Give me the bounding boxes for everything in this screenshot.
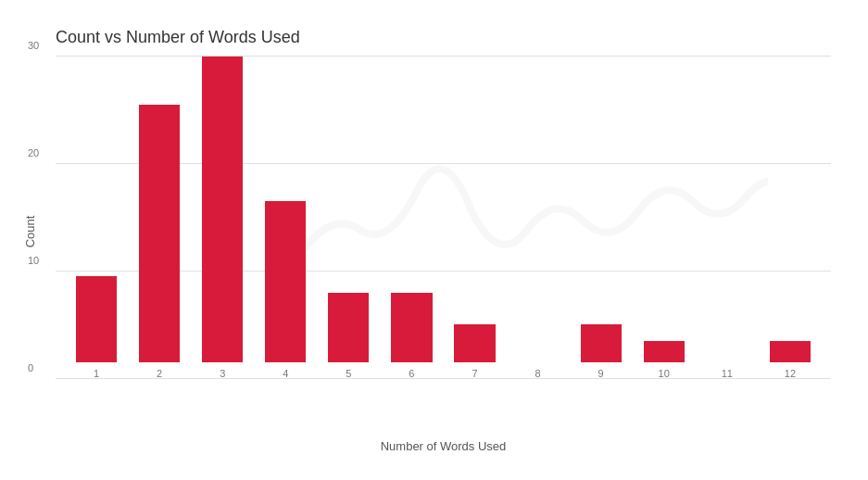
x-axis-tick-label: 11 [722, 368, 733, 379]
x-axis-tick-label: 1 [94, 368, 99, 379]
bar-group: 9 [570, 57, 633, 379]
x-axis-label: Number of Words Used [381, 439, 507, 453]
x-axis-tick-label: 9 [598, 368, 604, 379]
bar [454, 324, 495, 362]
x-axis-tick-label: 2 [157, 368, 162, 379]
y-axis-tick-label: 0 [28, 362, 33, 373]
bar [391, 293, 432, 362]
x-axis-tick-label: 5 [346, 368, 351, 379]
bar-group: 2 [128, 57, 191, 379]
bar-group: 7 [443, 57, 506, 379]
bar [265, 201, 306, 362]
bar [770, 341, 811, 362]
bar [581, 324, 622, 362]
bar-group: 10 [633, 57, 696, 379]
x-axis-tick-label: 10 [659, 368, 670, 379]
bar [139, 105, 180, 362]
bar [202, 57, 243, 362]
chart-container: Count vs Number of Words Used Count Numb… [0, 0, 868, 480]
bars-container: 123456789101112 [56, 57, 831, 379]
x-axis-tick-label: 4 [283, 368, 288, 379]
bar-group: 4 [254, 57, 317, 379]
bar [328, 293, 369, 362]
bar-group: 5 [317, 57, 380, 379]
y-axis-tick-label: 30 [28, 40, 39, 51]
x-axis-tick-label: 12 [785, 368, 796, 379]
y-axis-tick-label: 20 [28, 147, 39, 158]
bar-group: 8 [507, 57, 570, 379]
bar [644, 341, 685, 362]
y-axis-label: Count [23, 216, 37, 248]
bar-group: 1 [65, 57, 128, 379]
x-axis-tick-label: 8 [535, 368, 541, 379]
x-axis-tick-label: 6 [409, 368, 414, 379]
x-axis-tick-label: 3 [220, 368, 225, 379]
bar-group: 11 [696, 57, 759, 379]
y-axis-tick-label: 10 [28, 255, 39, 266]
bar-group: 6 [380, 57, 443, 379]
bar-group: 12 [759, 57, 822, 379]
chart-title: Count vs Number of Words Used [56, 28, 831, 47]
bar [76, 276, 117, 362]
x-axis-tick-label: 7 [472, 368, 477, 379]
bar-group: 3 [191, 57, 254, 379]
